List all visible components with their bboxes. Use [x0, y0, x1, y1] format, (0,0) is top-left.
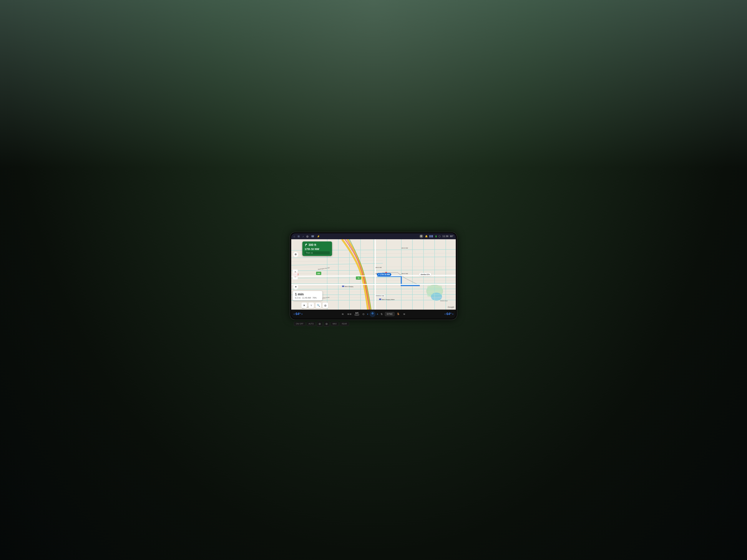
hvac-center-controls: ≋ ≋≋ A/C HEAT ⊙ ∨ ✿: [304, 311, 444, 317]
auto-button[interactable]: AUTO: [307, 322, 316, 326]
google-watermark: Google: [448, 306, 454, 308]
svg-text:15th St NW: 15th St NW: [401, 273, 408, 274]
rear-button[interactable]: REAR: [340, 322, 349, 326]
svg-text:Blink Charging Station: Blink Charging Station: [382, 299, 395, 300]
svg-point-3: [431, 293, 442, 301]
seat-heat-right-button[interactable]: 🪑: [395, 312, 401, 316]
defrost-rear-button[interactable]: ≋≋: [346, 312, 353, 316]
search-map-button[interactable]: 🔍: [315, 302, 321, 308]
bolt-icon[interactable]: ⚡: [317, 235, 320, 238]
svg-text:10th St NW: 10th St NW: [401, 247, 408, 249]
max-button[interactable]: MAX: [331, 322, 339, 326]
distance-text: 300 ft: [308, 243, 316, 247]
right-temp-decrease[interactable]: <: [444, 313, 446, 316]
screen-bezel: ⌂ ⊞ ♪ ◎ ☎ ⚡ M 🔔 ▌▌▌ ▮ ◯ 11:38 90°: [290, 232, 457, 320]
seat-heat-left-button[interactable]: ≋: [340, 312, 345, 316]
map-controls: ✕ ⑂ 🔍 ◎: [302, 302, 328, 308]
steering-heat-button[interactable]: ⊙: [361, 312, 366, 316]
svg-rect-34: [342, 286, 344, 287]
eta-card: 1 min 0.2 mi · 11:40 AM · 76%: [293, 291, 323, 300]
maps-icon[interactable]: ◎: [306, 235, 308, 238]
on-off-button[interactable]: ON/ OFF: [294, 322, 306, 326]
nav-icons: ⌂ ⊞ ♪ ◎ ☎ ⚡: [293, 235, 320, 238]
turn-arrow-icon: ↱: [305, 243, 307, 247]
nav-instruction-card: ↱ 300 ft 17th St NW Then ◎: [302, 241, 332, 256]
hvac-bar: < 64° > ≋ ≋≋ A/C HEAT: [291, 310, 456, 319]
rear-heat-icon: ≋: [403, 313, 405, 316]
fan-speed-physical-button[interactable]: ⊕: [317, 321, 323, 326]
left-temp-control: < 64° >: [293, 312, 303, 316]
status-right: M 🔔 ▌▌▌ ▮ ◯ 11:38 90°: [419, 235, 454, 238]
status-bar: ⌂ ⊞ ♪ ◎ ☎ ⚡ M 🔔 ▌▌▌ ▮ ◯ 11:38 90°: [291, 233, 456, 239]
battery-icon: ▮: [435, 235, 437, 238]
fan-speed-button[interactable]: ✿: [369, 311, 376, 317]
clock: 11:38: [442, 235, 448, 238]
time-display: 11:38 90°: [442, 235, 454, 238]
sync-button[interactable]: SYNC: [385, 312, 394, 316]
fan-icon: ✿: [371, 312, 374, 315]
infotainment-screen: ⌂ ⊞ ♪ ◎ ☎ ⚡ M 🔔 ▌▌▌ ▮ ◯ 11:38 90°: [291, 233, 456, 319]
phone-icon[interactable]: ☎: [311, 235, 314, 238]
physical-controls: ON/ OFF AUTO ⊕ ⊕ MAX REAR: [290, 320, 457, 328]
svg-text:14th St NE: 14th St NE: [375, 267, 382, 268]
vent-direction-icon: ⇅: [381, 313, 383, 316]
compass-button[interactable]: ⊕: [293, 284, 298, 289]
street-name: 17th St NW: [305, 247, 330, 250]
fan-down-button[interactable]: ∨: [367, 313, 368, 315]
route-arrow-icon: ↱: [378, 273, 380, 275]
signal-icon: ▌▌▌: [430, 235, 434, 237]
vent-direction-button[interactable]: ⇅: [380, 312, 384, 316]
map-area[interactable]: 75 Blink: [291, 239, 456, 310]
fan-up-button[interactable]: ∧: [377, 313, 378, 315]
route-badge-text: 17th St NW: [380, 273, 390, 275]
ac-label: A/C: [355, 312, 359, 314]
rear-heat-button[interactable]: ≋: [402, 312, 407, 316]
right-temp-increase[interactable]: >: [452, 313, 454, 316]
then-indicator: Then ◎: [305, 251, 330, 255]
route-options-button[interactable]: ⑂: [308, 302, 314, 308]
left-temperature: 64°: [295, 312, 301, 316]
seat-icon-r: 🪑: [397, 313, 400, 316]
wifi-icon: ◯: [439, 235, 441, 237]
nav-distance: ↱ 300 ft: [305, 243, 330, 247]
svg-text:75: 75: [358, 277, 359, 279]
user-avatar[interactable]: M: [419, 235, 423, 238]
route-badge: ↱ 17th St NW: [377, 273, 391, 276]
then-label: Then: [306, 252, 310, 254]
district-ave-label: District Ave: [375, 295, 385, 297]
right-temperature: 64°: [446, 312, 452, 316]
svg-text:District Ave: District Ave: [440, 300, 447, 302]
temperature-display: 90°: [450, 235, 454, 238]
left-temp-increase[interactable]: >: [301, 313, 303, 316]
svg-text:Blink Charging: Blink Charging: [345, 286, 353, 287]
eta-time: 1 min: [295, 292, 320, 296]
save-location-button[interactable]: ◎: [323, 302, 328, 308]
zoom-out-button[interactable]: −: [293, 274, 298, 279]
grid-icon[interactable]: ⊞: [298, 235, 300, 238]
svg-rect-36: [379, 298, 381, 300]
steering-heat-icon: ⊙: [362, 313, 365, 316]
bell-icon[interactable]: 🔔: [425, 235, 428, 238]
home-icon[interactable]: ⌂: [293, 235, 295, 238]
car-interior: ⌂ ⊞ ♪ ◎ ☎ ⚡ M 🔔 ▌▌▌ ▮ ◯ 11:38 90°: [0, 0, 747, 560]
zoom-in-button[interactable]: +: [293, 269, 298, 274]
svg-text:285: 285: [317, 273, 320, 274]
zoom-controls: + −: [293, 269, 298, 279]
eta-details: 0.2 mi · 11:40 AM · 76%: [295, 297, 320, 299]
fan-direction-physical-button[interactable]: ⊕: [324, 321, 329, 326]
similar-eta-badge: Similar ETA: [419, 273, 431, 276]
ac-heat-control: A/C HEAT: [354, 312, 360, 316]
heat-label: HEAT: [355, 314, 359, 316]
then-pin-icon: ◎: [311, 252, 313, 254]
right-temp-control: < 64° >: [444, 312, 454, 316]
left-temp-decrease[interactable]: <: [293, 313, 295, 316]
defrost-icon: ≋≋: [347, 313, 352, 316]
seat-heat-left-icon: ≋: [342, 313, 344, 316]
music-icon[interactable]: ♪: [302, 235, 304, 238]
close-route-button[interactable]: ✕: [302, 302, 307, 308]
settings-button[interactable]: ⚙: [293, 252, 298, 257]
